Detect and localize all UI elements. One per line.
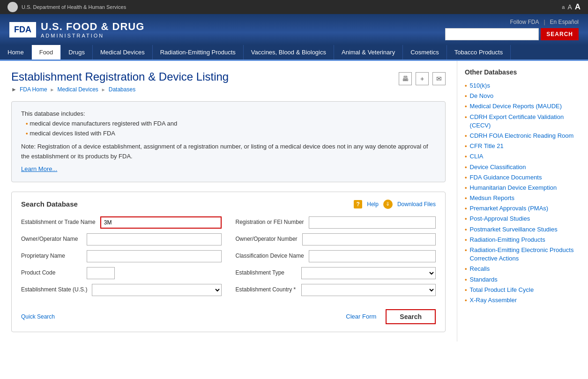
proprietary-input[interactable] <box>87 250 222 262</box>
nav-home[interactable]: Home <box>0 45 32 59</box>
nav-animal[interactable]: Animal & Veterinary <box>334 45 403 59</box>
classification-input[interactable] <box>309 250 436 262</box>
breadcrumb: ► FDA Home ► Medical Devices ► Databases <box>11 86 229 93</box>
sidebar-link-item: X-Ray Assembler <box>465 295 581 305</box>
search-database-box: Search Database ? Help ⇓ Download Files … <box>11 192 446 332</box>
product-code-label: Product Code <box>21 269 82 277</box>
sidebar-link[interactable]: CFR Title 21 <box>470 142 504 150</box>
sidebar-link-item: Postmarket Surveillance Studies <box>465 224 581 235</box>
header-search: SEARCH <box>445 28 579 40</box>
sidebar-link[interactable]: CDRH FOIA Electronic Reading Room <box>470 132 574 140</box>
print-icon[interactable]: 🖶 <box>399 72 412 85</box>
sidebar-link-item: Medical Device Reports (MAUDE) <box>465 101 581 111</box>
header-search-button[interactable]: SEARCH <box>541 28 579 40</box>
search-button[interactable]: Search <box>386 309 436 324</box>
registration-input[interactable] <box>309 216 436 229</box>
owner-number-input[interactable] <box>302 233 436 245</box>
breadcrumb-databases[interactable]: Databases <box>109 86 135 93</box>
fda-badge: FDA <box>9 22 36 37</box>
left-content: Establishment Registration & Device List… <box>0 61 457 342</box>
sidebar-link-item: Standards <box>465 275 581 285</box>
nav-food[interactable]: Food <box>32 45 61 59</box>
sidebar-link-item: CLIA <box>465 151 581 162</box>
classification-field-row: Classification Device Name <box>236 250 436 262</box>
sidebar-link[interactable]: Medical Device Reports (MAUDE) <box>470 102 562 111</box>
sidebar-link-item: CFR Title 21 <box>465 141 581 151</box>
state-field-row: Establishment State (U.S.) <box>21 284 222 296</box>
sidebar-link[interactable]: Device Classification <box>470 163 526 171</box>
owner-label: Owner/Operator Name <box>21 236 82 243</box>
sidebar-link[interactable]: Premarket Approvals (PMAs) <box>470 204 549 213</box>
breadcrumb-fda-home[interactable]: FDA Home <box>20 86 47 93</box>
info-box: This database includes: medical device m… <box>11 101 446 182</box>
registration-field-row: Registration or FEI Number <box>236 216 436 229</box>
nav-tobacco[interactable]: Tobacco Products <box>447 45 511 59</box>
add-icon[interactable]: + <box>416 72 429 85</box>
sidebar-link[interactable]: Radiation-Emitting Products <box>470 236 545 244</box>
sidebar-link-item: Premarket Approvals (PMAs) <box>465 203 581 214</box>
product-code-input[interactable] <box>87 267 115 279</box>
quick-search-link[interactable]: Quick Search <box>21 313 55 320</box>
sidebar-link[interactable]: Standards <box>470 275 498 284</box>
sidebar-link-item: Humanitarian Device Exemption <box>465 183 581 193</box>
sidebar-link[interactable]: FDA Guidance Documents <box>470 173 542 182</box>
owner-field-row: Owner/Operator Name <box>21 233 222 245</box>
clear-form-link[interactable]: Clear Form <box>346 313 376 320</box>
search-form: Establishment or Trade Name Registration… <box>21 216 436 296</box>
nav-drugs[interactable]: Drugs <box>61 45 93 59</box>
font-large[interactable]: A <box>575 2 581 12</box>
breadcrumb-medical-devices[interactable]: Medical Devices <box>57 86 98 93</box>
sidebar-link[interactable]: De Novo <box>470 92 494 100</box>
sidebar-link[interactable]: X-Ray Assembler <box>470 296 517 305</box>
download-link[interactable]: Download Files <box>397 201 436 208</box>
establishment-input[interactable] <box>100 216 222 229</box>
owner-input[interactable] <box>87 233 222 245</box>
sidebar-link[interactable]: Radiation-Emitting Electronic Products C… <box>470 246 581 263</box>
proprietary-field-row: Proprietary Name <box>21 250 222 262</box>
country-label: Establishment Country * <box>236 286 297 294</box>
info-note: Note: Registration of a device establish… <box>21 142 436 162</box>
nav-radiation[interactable]: Radiation-Emitting Products <box>153 45 244 59</box>
info-item-0: medical device manufacturers registered … <box>26 119 436 129</box>
establishment-type-label: Establishment Type <box>236 269 297 277</box>
state-select[interactable] <box>92 284 221 296</box>
follow-fda-link[interactable]: Follow FDA <box>510 19 539 25</box>
sidebar-link[interactable]: 510(k)s <box>470 82 490 90</box>
sidebar-link-item: De Novo <box>465 91 581 101</box>
nav-cosmetics[interactable]: Cosmetics <box>403 45 447 59</box>
sidebar-link[interactable]: Post-Approval Studies <box>470 215 530 223</box>
establishment-field-row: Establishment or Trade Name <box>21 216 222 229</box>
classification-label: Classification Device Name <box>236 253 304 260</box>
font-medium[interactable]: A <box>567 3 572 11</box>
sidebar-link[interactable]: Medsun Reports <box>470 194 514 202</box>
form-action-right: Clear Form Search <box>346 309 436 324</box>
establishment-type-select[interactable] <box>301 267 436 279</box>
font-small[interactable]: a <box>562 4 565 10</box>
header-search-input[interactable] <box>445 28 539 40</box>
agency-name: U.S. Department of Health & Human Servic… <box>22 4 126 10</box>
sidebar-link[interactable]: CDRH Export Certificate Validation (CECV… <box>470 113 581 130</box>
state-label: Establishment State (U.S.) <box>21 286 87 294</box>
country-select[interactable] <box>301 284 436 296</box>
sidebar-link[interactable]: Humanitarian Device Exemption <box>470 184 557 192</box>
proprietary-label: Proprietary Name <box>21 253 82 260</box>
sidebar-link[interactable]: Postmarket Surveillance Studies <box>470 225 558 234</box>
nav-bar: Home Food Drugs Medical Devices Radiatio… <box>0 45 588 61</box>
site-header: FDA U.S. FOOD & DRUG ADMINISTRATION Foll… <box>0 14 588 45</box>
download-icon: ⇓ <box>383 200 393 209</box>
nav-vaccines[interactable]: Vaccines, Blood & Biologics <box>244 45 334 59</box>
nav-medical-devices[interactable]: Medical Devices <box>93 45 153 59</box>
page-icons: 🖶 + ✉ <box>399 72 446 85</box>
country-field-row: Establishment Country * <box>236 284 436 296</box>
learn-more-link[interactable]: Learn More... <box>21 165 57 172</box>
owner-number-field-row: Owner/Operator Number <box>236 233 436 245</box>
sidebar-link[interactable]: Recalls <box>470 265 490 273</box>
font-controls[interactable]: a A A <box>562 2 581 12</box>
en-espanol-link[interactable]: En Español <box>550 19 579 25</box>
sidebar-link[interactable]: CLIA <box>470 152 484 161</box>
info-intro: This database includes: <box>21 109 436 119</box>
sidebar-link[interactable]: Total Product Life Cycle <box>470 286 534 294</box>
help-link[interactable]: Help <box>367 201 379 208</box>
email-icon[interactable]: ✉ <box>432 72 446 85</box>
gov-bar: U.S. Department of Health & Human Servic… <box>0 0 588 14</box>
